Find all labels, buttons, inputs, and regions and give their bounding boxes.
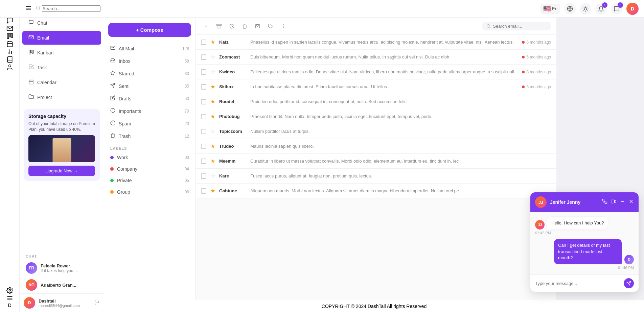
email-row[interactable]: ★ Gabtune Aliquam non mauris. Morbi non … [196, 184, 556, 198]
email-star[interactable]: ☆ [210, 69, 215, 75]
upgrade-button[interactable]: Upgrade Now → [28, 166, 95, 176]
chat-minimize-button[interactable] [620, 199, 625, 206]
label-group[interactable]: Group 06 [104, 186, 195, 198]
email-time: 3 months ago [522, 85, 551, 89]
icon-bar-settings[interactable] [6, 287, 13, 295]
icon-bar-avatar[interactable]: D [8, 303, 11, 308]
email-star[interactable]: ★ [210, 39, 215, 45]
user-avatar-button[interactable]: D [626, 3, 639, 15]
email-row[interactable]: ★ Photobug Praesent blandit. Nam nulla. … [196, 109, 556, 124]
svg-rect-7 [7, 42, 12, 47]
label-work[interactable]: Work 03 [104, 152, 195, 163]
chat-close-button[interactable] [628, 199, 634, 206]
send-button[interactable] [624, 278, 634, 288]
email-star[interactable]: ★ [210, 143, 215, 149]
email-star[interactable]: ★ [210, 98, 215, 105]
icon-bar-calendar[interactable] [6, 41, 13, 48]
chat-input-area [530, 274, 639, 292]
email-checkbox[interactable] [201, 173, 206, 179]
label-private[interactable]: Private 05 [104, 175, 195, 186]
email-row[interactable]: ★ Meemm Curabitur in libero ut massa vol… [196, 154, 556, 169]
email-star[interactable]: ☆ [210, 173, 215, 179]
chat-message-input[interactable] [535, 281, 620, 286]
email-row[interactable]: ★ Katz Phasellus id sapien in sapien iac… [196, 35, 556, 50]
icon-bar-kanban[interactable] [6, 33, 13, 41]
chat-video-button[interactable] [611, 199, 616, 206]
email-checkbox[interactable] [201, 54, 206, 60]
label-company[interactable]: Company 04 [104, 163, 195, 175]
globe-icon-button[interactable] [564, 3, 576, 15]
language-selector[interactable]: 🇺🇸 En [540, 4, 560, 14]
folder-inbox[interactable]: Inbox 58 [104, 55, 195, 67]
icon-bar-menu[interactable] [6, 295, 13, 303]
global-search-box [36, 5, 100, 12]
email-checkbox[interactable] [201, 40, 206, 45]
email-checkbox[interactable] [201, 188, 206, 194]
email-star[interactable]: ☆ [210, 128, 215, 135]
sidebar-item-project[interactable]: Project [22, 91, 101, 104]
select-all-chevron[interactable] [201, 21, 211, 31]
clock-button[interactable] [227, 21, 237, 31]
email-checkbox[interactable] [201, 144, 206, 149]
sidebar-item-task[interactable]: Task [22, 61, 101, 74]
work-dot [110, 156, 114, 159]
forward-button[interactable] [252, 21, 262, 31]
sidebar-chat-item-felecia[interactable]: FR Felecia Rower If it takes long you ..… [20, 260, 104, 277]
email-checkbox[interactable] [201, 159, 206, 164]
global-search-input[interactable] [42, 5, 100, 12]
folder-sent[interactable]: Sent 35 [104, 80, 195, 92]
tag-button[interactable] [265, 21, 275, 31]
notification-sun-button[interactable] [580, 3, 591, 15]
messages-button[interactable]: 5 [611, 3, 622, 15]
email-search-input[interactable] [493, 24, 547, 29]
sidebar-item-kanban[interactable]: Kanban [22, 46, 101, 59]
more-button[interactable] [278, 21, 288, 31]
email-row[interactable]: ★ Skibox In hac habitasse platea dictums… [196, 79, 556, 94]
icon-bar-book[interactable] [6, 56, 13, 64]
chat-popup: JJ Jenifer Jenny JJ Hello. How can I hel… [530, 192, 639, 292]
logout-icon[interactable] [94, 299, 100, 306]
sidebar-item-calendar[interactable]: Calendar [22, 76, 101, 89]
email-checkbox[interactable] [201, 69, 206, 75]
icon-bar-chart[interactable] [6, 48, 13, 56]
sidebar-chat-item-adalberto[interactable]: AG Adalberto Gran... [20, 277, 104, 293]
message-1: JJ Hello. How can I help You? 01:45 PM [535, 217, 634, 235]
importants-label: Importants [119, 109, 141, 114]
icon-bar-email[interactable] [6, 25, 13, 33]
sidebar-item-chat[interactable]: Chat [22, 16, 101, 30]
chat-messages: JJ Hello. How can I help You? 01:45 PM C… [530, 212, 639, 274]
email-row[interactable]: ★ Trudeo Mauris lacinia sapien quis libe… [196, 139, 556, 154]
email-checkbox[interactable] [201, 129, 206, 134]
email-row[interactable]: ★ Roodel Proin leo odio, porttitor id, c… [196, 94, 556, 109]
chat-agent-name: Jenifer Jenny [550, 199, 599, 205]
folder-spam[interactable]: Spam 20 [104, 117, 195, 130]
email-star[interactable]: ☆ [210, 54, 215, 60]
email-star[interactable]: ★ [210, 158, 215, 164]
email-checkbox[interactable] [201, 99, 206, 104]
email-star[interactable]: ★ [210, 83, 215, 90]
email-row[interactable]: ☆ Zoomcast Duis bibendum. Morbi non quam… [196, 50, 556, 65]
icon-bar-person[interactable] [6, 64, 13, 72]
folder-starred[interactable]: Starred 30 [104, 67, 195, 80]
company-dot [110, 167, 114, 171]
email-row[interactable]: ☆ Kare Fusce lacus purus, aliquet at, fe… [196, 169, 556, 184]
folder-all-mail[interactable]: All Mail 128 [104, 42, 195, 55]
email-checkbox[interactable] [201, 114, 206, 119]
folder-drafts[interactable]: Drafts 50 [104, 92, 195, 105]
email-checkbox[interactable] [201, 84, 206, 90]
email-row[interactable]: ☆ Topiczoom Nullam porttitor lacus at tu… [196, 124, 556, 139]
hamburger-icon[interactable] [25, 5, 32, 13]
archive-button[interactable] [214, 21, 224, 31]
sidebar-item-email[interactable]: Email [22, 31, 101, 45]
folder-trash[interactable]: Trash 12 [104, 130, 195, 142]
email-star[interactable]: ★ [210, 188, 215, 194]
email-row[interactable]: ☆ Kwideo Pellentesque ultrices mattis od… [196, 65, 556, 79]
time-text: 6 months ago [527, 40, 551, 45]
notification-bell-button[interactable]: 1 [595, 3, 607, 15]
compose-button[interactable]: + Compose [108, 23, 191, 37]
chat-call-button[interactable] [602, 199, 607, 206]
icon-bar-chat[interactable] [6, 17, 13, 25]
email-star[interactable]: ★ [210, 113, 215, 120]
delete-button[interactable] [239, 21, 250, 31]
folder-importants[interactable]: Importants 70 [104, 105, 195, 117]
